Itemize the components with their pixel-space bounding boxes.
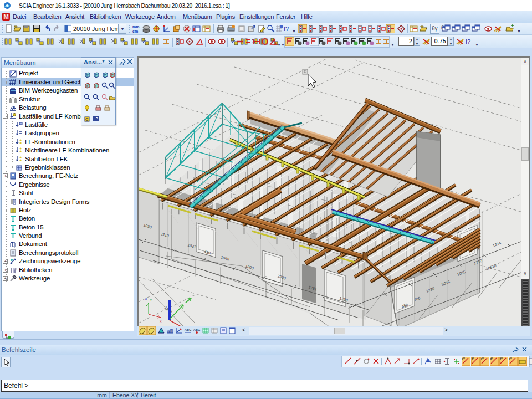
svg-text:C: C [85, 117, 89, 122]
svg-text:z: z [145, 296, 147, 300]
svg-text:Y: Y [150, 298, 152, 302]
svg-text:ABC: ABC [185, 328, 192, 331]
svg-text:cm: cm [132, 29, 138, 33]
svg-text:M: M [4, 14, 8, 20]
svg-text:ABC: ABC [193, 328, 201, 331]
svg-text:I?: I? [466, 38, 470, 45]
svg-text:x: x [160, 319, 162, 323]
svg-text:mm: mm [132, 25, 139, 29]
svg-text:I?: I? [284, 25, 289, 32]
